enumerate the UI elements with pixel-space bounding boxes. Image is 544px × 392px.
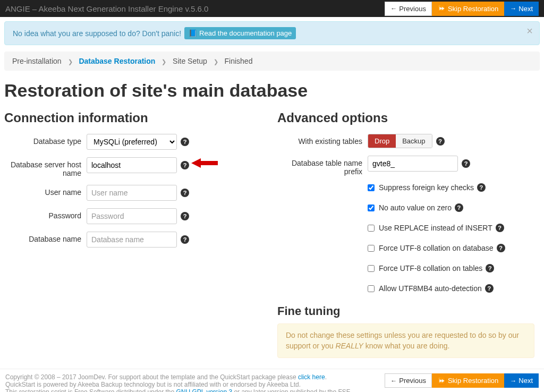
info-alert: No idea what you are supposed to do? Don… bbox=[4, 21, 540, 45]
topbar: ANGIE – Akeeba Next Generation Installer… bbox=[0, 0, 544, 17]
help-icon[interactable]: ? bbox=[485, 284, 494, 293]
host-input[interactable] bbox=[87, 157, 177, 173]
password-input[interactable] bbox=[87, 208, 177, 224]
suppress-fk-checkbox[interactable] bbox=[368, 184, 375, 191]
prefix-label: Database table name prefix bbox=[277, 156, 368, 176]
previous-button[interactable]: ←Previous bbox=[385, 2, 432, 16]
breadcrumb-preinstall[interactable]: Pre-installation bbox=[12, 57, 62, 65]
backup-button[interactable]: Backup bbox=[396, 134, 431, 148]
help-icon[interactable]: ? bbox=[497, 244, 505, 252]
noauto-checkbox[interactable] bbox=[368, 204, 375, 211]
utf8db-label: Force UTF-8 collation on database bbox=[379, 244, 494, 252]
connection-heading: Connection information bbox=[4, 110, 267, 125]
fine-tuning-warning: Do not change these settings unless you … bbox=[277, 323, 534, 358]
host-label: Database server host name bbox=[4, 157, 87, 177]
suppress-fk-label: Suppress foreign key checks bbox=[379, 183, 474, 192]
read-documentation-button[interactable]: 📘Read the documentation page bbox=[184, 27, 296, 39]
help-icon[interactable]: ? bbox=[181, 235, 189, 244]
arrow-left-icon: ← bbox=[390, 377, 397, 385]
footer: Copyright © 2008 – 2017 JoomDev. For sup… bbox=[0, 369, 544, 392]
svg-marker-0 bbox=[191, 158, 218, 168]
arrow-right-icon: → bbox=[510, 5, 516, 12]
username-input[interactable] bbox=[87, 185, 177, 201]
help-icon[interactable]: ? bbox=[455, 203, 463, 212]
chevron-right-icon: ❯ bbox=[68, 58, 73, 65]
breadcrumb-database[interactable]: Database Restoration bbox=[79, 57, 155, 65]
dbtype-label: Database type bbox=[4, 134, 87, 146]
fast-forward-icon: ⏩ bbox=[438, 5, 446, 12]
advanced-column: Advanced options With existing tables Dr… bbox=[272, 110, 540, 358]
breadcrumb-sitesetup[interactable]: Site Setup bbox=[173, 57, 207, 65]
footer-skip-button[interactable]: ⏩Skip Restoration bbox=[432, 373, 504, 388]
footer-buttons: ←Previous ⏩Skip Restoration →Next bbox=[385, 373, 539, 388]
chevron-right-icon: ❯ bbox=[162, 58, 166, 65]
alert-text: No idea what you are supposed to do? Don… bbox=[13, 29, 181, 38]
topbar-buttons: ←Previous ⏩Skip Restoration →Next bbox=[385, 2, 539, 16]
existing-tables-label: With existing tables bbox=[277, 134, 368, 146]
help-icon[interactable]: ? bbox=[181, 212, 189, 220]
fast-forward-icon: ⏩ bbox=[438, 377, 446, 385]
help-icon[interactable]: ? bbox=[181, 138, 189, 146]
utf8tbl-label: Force UTF-8 collation on tables bbox=[379, 264, 482, 272]
next-button[interactable]: →Next bbox=[504, 2, 539, 16]
password-label: Password bbox=[4, 208, 87, 220]
prefix-input[interactable] bbox=[368, 156, 458, 172]
replace-label: Use REPLACE instead of INSERT bbox=[379, 224, 492, 232]
username-label: User name bbox=[4, 185, 87, 197]
close-icon[interactable]: × bbox=[526, 25, 533, 37]
app-title: ANGIE – Akeeba Next Generation Installer… bbox=[5, 4, 208, 13]
help-icon[interactable]: ? bbox=[486, 264, 494, 272]
dbtype-select[interactable]: MySQLi (preferred) bbox=[87, 134, 177, 150]
drop-button[interactable]: Drop bbox=[368, 134, 396, 148]
gpl-link[interactable]: GNU GPL version 3 bbox=[176, 388, 232, 392]
help-icon[interactable]: ? bbox=[477, 183, 486, 192]
utf8tbl-checkbox[interactable] bbox=[368, 265, 375, 272]
fine-tuning-heading: Fine tuning bbox=[277, 304, 534, 318]
page-title: Restoration of site's main database bbox=[4, 80, 540, 101]
help-icon[interactable]: ? bbox=[462, 159, 470, 168]
main-container: No idea what you are supposed to do? Don… bbox=[0, 21, 544, 369]
breadcrumb-finished[interactable]: Finished bbox=[225, 57, 253, 65]
skip-restoration-button[interactable]: ⏩Skip Restoration bbox=[432, 2, 504, 16]
footer-next-button[interactable]: →Next bbox=[504, 373, 539, 388]
help-icon[interactable]: ? bbox=[181, 161, 189, 169]
help-icon[interactable]: ? bbox=[496, 224, 504, 232]
noauto-label: No auto value on zero bbox=[379, 203, 452, 212]
dbname-input[interactable] bbox=[87, 232, 177, 248]
arrow-right-icon: → bbox=[510, 377, 516, 385]
book-icon: 📘 bbox=[189, 29, 197, 37]
dbname-label: Database name bbox=[4, 232, 87, 243]
arrow-left-icon: ← bbox=[390, 5, 397, 12]
footer-previous-button[interactable]: ←Previous bbox=[385, 373, 432, 388]
breadcrumb: Pre-installation ❯ Database Restoration … bbox=[4, 52, 540, 71]
utf8mb4-label: Allow UTF8MB4 auto-detection bbox=[379, 284, 482, 293]
connection-column: Connection information Database type MyS… bbox=[4, 110, 272, 358]
annotation-arrow-icon bbox=[189, 155, 221, 173]
utf8mb4-checkbox[interactable] bbox=[368, 285, 375, 292]
support-link[interactable]: click here bbox=[298, 373, 325, 381]
help-icon[interactable]: ? bbox=[181, 189, 189, 197]
chevron-right-icon: ❯ bbox=[214, 58, 218, 65]
existing-tables-toggle: Drop Backup bbox=[368, 134, 432, 148]
advanced-heading: Advanced options bbox=[277, 110, 534, 125]
help-icon[interactable]: ? bbox=[436, 137, 445, 146]
replace-checkbox[interactable] bbox=[368, 225, 375, 232]
utf8db-checkbox[interactable] bbox=[368, 245, 375, 252]
